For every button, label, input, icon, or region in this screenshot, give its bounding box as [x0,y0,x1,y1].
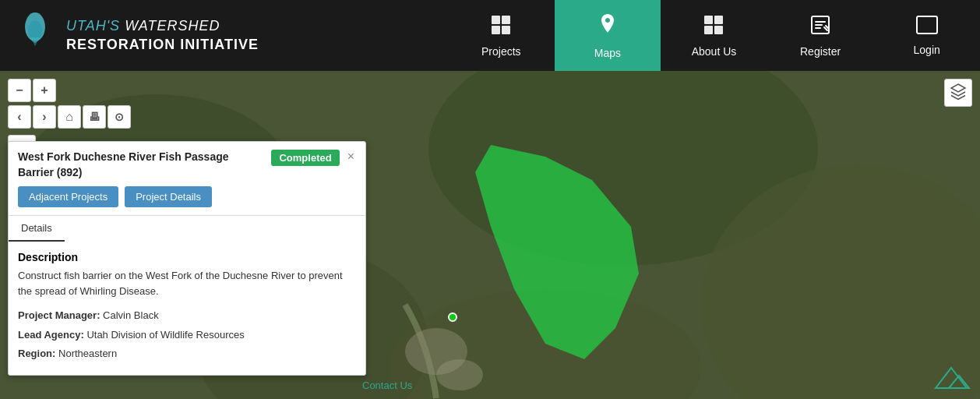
about-icon [703,14,724,41]
svg-point-1 [28,20,42,41]
zoom-out-button[interactable]: − [8,79,31,102]
region-label: Region: [18,348,55,359]
logo-prefix: Utah's [66,18,120,34]
logo-section: Utah's WATERSHED RESTORATION INITIATIVE [0,0,448,71]
about-label: About Us [692,45,737,58]
main-nav: Projects Maps About Us [448,0,980,71]
svg-rect-9 [714,26,723,34]
home-button[interactable]: ⌂ [58,105,81,129]
lead-agency-row: Lead Agency: Utah Division of Wildlife R… [18,327,356,343]
map-marker [448,312,457,322]
region-row: Region: Northeastern [18,346,356,362]
tab-details[interactable]: Details [9,216,65,242]
maps-icon [597,12,619,42]
info-actions: Adjacent Projects Project Details [9,186,365,215]
nav-item-login[interactable]: Login [873,0,980,71]
register-icon [809,14,831,41]
description-text: Construct fish barrier on the West Fork … [18,268,356,298]
region-value: Northeastern [58,348,117,359]
layers-icon [950,83,967,103]
download-button[interactable]: ⊙ [108,105,131,129]
svg-marker-21 [951,84,965,92]
svg-rect-4 [492,26,500,34]
nav-item-projects[interactable]: Projects [448,0,555,71]
description-title: Description [18,251,356,263]
info-panel: West Fork Duchesne River Fish Passage Ba… [8,141,366,376]
nav-item-register[interactable]: Register [767,0,874,71]
lead-agency-value: Utah Division of Wildlife Resources [86,329,244,341]
close-button[interactable]: × [346,150,356,164]
next-button[interactable]: › [33,105,56,129]
svg-rect-6 [704,16,713,24]
logo-title1: WATERSHED [125,18,220,34]
projects-label: Projects [481,45,521,58]
project-details-button[interactable]: Project Details [125,186,212,207]
nav-controls: ‹ › ⌂ 🖶 ⊙ [8,105,131,129]
details-content: Description Construct fish barrier on th… [9,242,365,375]
register-label: Register [800,45,841,58]
project-title: West Fork Duchesne River Fish Passage Ba… [18,150,263,180]
lead-agency-label: Lead Agency: [18,329,84,341]
nav-item-maps[interactable]: Maps [555,0,661,71]
login-label: Login [914,44,940,56]
print-button[interactable]: 🖶 [83,105,106,129]
maps-label: Maps [594,47,621,59]
svg-rect-5 [502,26,510,34]
contact-us-link[interactable]: Contact Us [362,380,412,391]
zoom-in-button[interactable]: + [33,79,56,102]
svg-point-19 [436,359,483,390]
svg-rect-11 [917,16,937,34]
svg-rect-3 [502,16,510,24]
tabs: Details [9,215,365,242]
project-manager-label: Project Manager: [18,309,100,321]
mountain-logo [932,366,971,393]
svg-rect-8 [704,26,713,34]
nav-item-about[interactable]: About Us [661,0,767,71]
prev-button[interactable]: ‹ [8,105,31,129]
layer-toggle-button[interactable] [944,79,972,107]
project-manager-row: Project Manager: Calvin Black [18,308,356,323]
logo-icon [16,12,55,59]
projects-icon [490,14,512,41]
adjacent-projects-button[interactable]: Adjacent Projects [18,186,118,207]
info-header: West Fork Duchesne River Fish Passage Ba… [9,142,365,186]
logo-title2: RESTORATION INITIATIVE [66,36,259,54]
header: Utah's WATERSHED RESTORATION INITIATIVE … [0,0,980,71]
svg-rect-7 [714,16,723,24]
map-container[interactable]: − + ‹ › ⌂ 🖶 ⊙ 🔍 West Fork Duchesne River… [0,71,980,399]
logo-text: Utah's WATERSHED RESTORATION INITIATIVE [66,17,259,54]
svg-rect-2 [492,16,500,24]
status-badge: Completed [271,150,339,166]
zoom-controls: − + [8,79,131,102]
login-icon [915,16,939,39]
project-manager-value: Calvin Black [103,309,159,321]
